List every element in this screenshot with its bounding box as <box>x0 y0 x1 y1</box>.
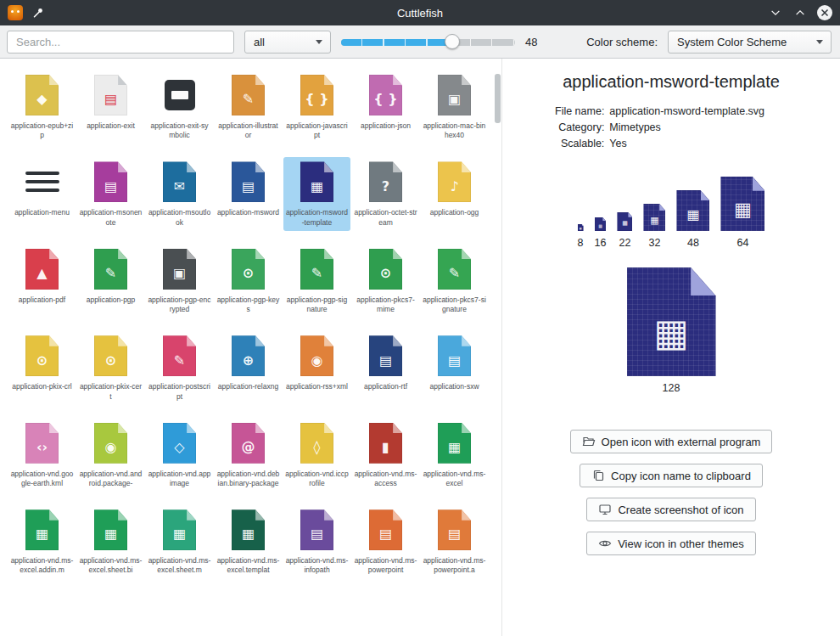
color-scheme-dropdown[interactable]: System Color Scheme <box>668 31 832 53</box>
icon-grid-item[interactable]: ▦application-msword-template <box>283 157 350 230</box>
icon-grid-item[interactable]: ▤application-msword <box>215 157 282 230</box>
icon-grid-item[interactable]: ▤application-rtf <box>352 331 419 404</box>
icon-label: application-ogg <box>423 208 486 217</box>
file-icon: ◆ <box>25 75 59 115</box>
file-icon: ▤ <box>369 509 402 550</box>
icon-grid-item[interactable]: ◉application-rss+xml <box>283 331 350 404</box>
file-icon: ✎ <box>232 75 265 115</box>
icon-grid-item[interactable]: { }application-json <box>352 70 419 144</box>
minimize-button[interactable] <box>768 5 783 20</box>
icon-grid-item[interactable]: ♪application-ogg <box>421 157 488 230</box>
size-previews: ▦8▦16▦22▦32▦48▦64 <box>578 177 765 249</box>
icon-grid-item[interactable]: ✎application-pgp <box>77 245 144 318</box>
icon-grid-item[interactable]: ✎application-postscript <box>146 331 213 404</box>
icon-grid-item[interactable]: ▤application-msonenote <box>77 157 144 230</box>
icon-grid-item[interactable]: ▦application-vnd.ms-excel.addin.m <box>8 505 76 578</box>
icon-grid-item[interactable]: ◇application-vnd.appimage <box>146 419 213 492</box>
icon-grid-item[interactable]: ▤application-exit <box>77 70 144 144</box>
icon-grid-item[interactable]: ⊙application-pkix-crl <box>8 331 76 404</box>
file-icon: ✎ <box>163 335 196 376</box>
icon-grid-item[interactable]: ⊕application-relaxng <box>215 331 282 404</box>
icon-label: application-vnd.google-earth.kml <box>10 470 74 488</box>
icon-grid-item[interactable]: ▦application-vnd.ms-excel <box>421 419 488 492</box>
icon-grid: ◆application-epub+zip▤application-exitap… <box>0 59 501 579</box>
icon-label: application-vnd.ms-infopath <box>285 556 349 575</box>
size-preview: ▦22 <box>617 212 632 249</box>
file-icon: ▮ <box>369 423 402 464</box>
file-icon: ◇ <box>163 423 196 464</box>
screenshot-button[interactable]: Create screenshot of icon <box>586 498 755 521</box>
icon-grid-item[interactable]: ⊙application-pkcs7-mime <box>352 245 419 318</box>
file-icon: ◊ <box>300 423 333 464</box>
field-label: File name: <box>555 105 604 117</box>
file-icon: ▤ <box>369 335 402 376</box>
button-label: Open icon with external program <box>602 436 761 448</box>
close-button[interactable] <box>817 5 832 20</box>
icon-label: application-msoutlook <box>148 208 211 227</box>
copy-name-button[interactable]: Copy icon name to clipboard <box>580 464 763 487</box>
icon-grid-item[interactable]: ⊙application-pgp-keys <box>215 245 282 318</box>
size-slider[interactable] <box>341 31 515 53</box>
icon-label: application-vnd.ms-powerpoint.a <box>423 556 486 575</box>
button-label: Create screenshot of icon <box>618 504 743 516</box>
file-icon: ▤ <box>232 161 265 202</box>
pin-icon[interactable] <box>31 5 46 20</box>
icon-grid-item[interactable]: ▤application-vnd.ms-powerpoint <box>352 505 419 578</box>
icon-grid-item[interactable]: application-exit-symbolic <box>146 70 213 144</box>
icon-label: application-pkcs7-signature <box>423 295 486 314</box>
button-label: Copy icon name to clipboard <box>611 470 751 482</box>
icon-label: application-pkix-crl <box>10 382 74 391</box>
slider-handle[interactable] <box>445 34 460 49</box>
icon-grid-item[interactable]: ▤application-sxw <box>421 331 488 404</box>
file-icon: ✎ <box>438 249 471 290</box>
icon-label: application-vnd.debian.binary-package <box>216 470 280 488</box>
icon-grid-item[interactable]: ▤application-vnd.ms-powerpoint.a <box>421 505 488 578</box>
icon-label: application-vnd.ms-excel.sheet.bi <box>79 556 143 575</box>
icon-grid-item[interactable]: ▦application-vnd.ms-excel.sheet.bi <box>77 505 144 578</box>
icon-grid-item[interactable]: ⊙application-pkix-cert <box>77 331 144 404</box>
icon-grid-item[interactable]: @application-vnd.debian.binary-package <box>215 419 282 492</box>
action-buttons: Open icon with external programCopy icon… <box>570 430 773 555</box>
icon-grid-item[interactable]: ✎application-illustrator <box>215 70 282 144</box>
file-icon <box>165 75 195 115</box>
icon-grid-item[interactable]: ‹›application-vnd.google-earth.kml <box>8 419 76 492</box>
scrollbar-thumb[interactable] <box>495 74 501 123</box>
icon-grid-item[interactable]: ◊application-vnd.iccprofile <box>283 419 350 492</box>
folder-open-icon <box>582 435 596 448</box>
icon-label: application-menu <box>10 208 74 217</box>
size-label: 32 <box>649 237 661 249</box>
icon-grid-item[interactable]: ▮application-vnd.ms-access <box>352 419 419 492</box>
icon-label: application-exit-symbolic <box>148 121 211 140</box>
open-external-button[interactable]: Open icon with external program <box>570 430 773 453</box>
file-icon: ▤ <box>300 509 333 550</box>
icon-grid-item[interactable]: ▲application-pdf <box>8 245 76 318</box>
icon-list-pane: ◆application-epub+zip▤application-exitap… <box>0 59 502 636</box>
icon-grid-item[interactable]: ▤application-vnd.ms-infopath <box>283 505 350 578</box>
icon-label: application-msonenote <box>79 208 143 227</box>
filter-dropdown[interactable]: all <box>244 31 331 53</box>
large-size-label: 128 <box>663 382 680 394</box>
icon-grid-item[interactable]: ◉application-vnd.android.package- <box>77 419 144 492</box>
button-label: View icon in other themes <box>618 538 744 550</box>
size-preview: ▦48 <box>676 190 709 249</box>
icon-grid-item[interactable]: ▣application-mac-binhex40 <box>421 70 488 144</box>
file-icon: ▣ <box>163 249 196 290</box>
icon-grid-item[interactable]: application-menu <box>8 157 76 230</box>
icon-label: application-postscript <box>148 382 211 401</box>
icon-grid-item[interactable]: ◆application-epub+zip <box>8 70 76 144</box>
icon-grid-item[interactable]: { }application-javascript <box>283 70 350 144</box>
icon-grid-item[interactable]: ✉application-msoutlook <box>146 157 213 230</box>
search-input[interactable] <box>7 31 234 53</box>
size-preview: ▦16 <box>595 217 607 249</box>
icon-grid-item[interactable]: ?application-octet-stream <box>352 157 419 230</box>
size-label: 48 <box>687 237 699 249</box>
icon-grid-item[interactable]: ▦application-vnd.ms-excel.sheet.m <box>146 505 213 578</box>
maximize-button[interactable] <box>792 5 808 20</box>
color-scheme-label: Color scheme: <box>586 36 658 48</box>
icon-grid-item[interactable]: ✎application-pkcs7-signature <box>421 245 488 318</box>
icon-grid-item[interactable]: ▦application-vnd.ms-excel.templat <box>215 505 282 578</box>
icon-grid-item[interactable]: ▣application-pgp-encrypted <box>146 245 213 318</box>
size-label: 22 <box>619 237 631 249</box>
icon-grid-item[interactable]: ✎application-pgp-signature <box>283 245 350 318</box>
view-themes-button[interactable]: View icon in other themes <box>586 532 756 555</box>
